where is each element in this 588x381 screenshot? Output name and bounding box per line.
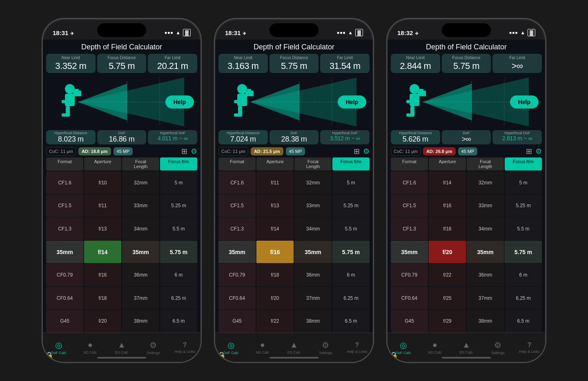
- hyperfocal-distance-box: Hyperfocal Distance 7.024 m: [218, 130, 268, 144]
- cell-focal: 33mm: [467, 195, 504, 217]
- table-row[interactable]: CF0.79 f/22 36mm 6 m: [391, 264, 542, 286]
- help-button[interactable]: Help: [165, 95, 194, 109]
- focus-distance-value: 5.75 m: [272, 61, 316, 71]
- icon-buttons: ⊞ ⚙: [354, 147, 370, 156]
- table-row[interactable]: CF1.3 f/13 34mm 5.5 m: [46, 217, 197, 240]
- dof-value: 28.38 m: [271, 135, 317, 144]
- data-table: Format Aperture FocalLength Focus ft/m C…: [43, 157, 200, 332]
- dof-label: DoF: [271, 131, 317, 135]
- dof-calc-icon: ◎: [400, 340, 407, 350]
- cell-aperture: f/13: [256, 195, 294, 217]
- col-focus[interactable]: Focus ft/m: [505, 157, 542, 171]
- table-row[interactable]: CF1.5 f/13 33mm 5.25 m: [218, 195, 370, 217]
- home-indicator: [270, 357, 318, 359]
- cell-focus: 6.25 m: [160, 287, 197, 310]
- help-button[interactable]: Help: [338, 95, 366, 109]
- table-row[interactable]: CF1.6 f/11 32mm 5 m: [218, 171, 370, 194]
- table-row[interactable]: 35mm f/20 35mm 5.75 m: [391, 241, 542, 264]
- cell-focus: 5.75 m: [332, 241, 370, 264]
- cell-focal: 34mm: [122, 217, 159, 240]
- table-row[interactable]: 35mm f/14 35mm 5.75 m: [46, 241, 197, 264]
- table-row[interactable]: G45 f/20 38mm 6.5 m: [46, 310, 197, 332]
- table-row[interactable]: CF0.79 f/18 36mm 6 m: [218, 264, 370, 286]
- dof-box: DoF 28.38 m: [270, 130, 319, 144]
- focus-distance-label: Focus Distance: [444, 55, 489, 60]
- mp-badge[interactable]: 45 MP: [114, 147, 133, 155]
- cell-focus: 6 m: [160, 264, 197, 286]
- table-row[interactable]: CF0.79 f/16 36mm 6 m: [46, 264, 197, 286]
- calculator-icon[interactable]: ⊞: [354, 147, 360, 156]
- settings-icon[interactable]: ⚙: [191, 147, 197, 156]
- cell-focal: 34mm: [467, 217, 504, 240]
- table-row[interactable]: CF0.64 f/18 37mm 6.25 m: [46, 287, 197, 310]
- settings-icon[interactable]: ⚙: [535, 147, 542, 156]
- phone-1: 18:31 ✈ ●●● ▲ ▓ Depth of Field Calculato…: [42, 18, 201, 363]
- table-body: CF1.6 f/14 32mm 5 m CF1.5 f/16 33mm 5.25…: [391, 171, 542, 332]
- cell-aperture: f/18: [429, 217, 466, 240]
- near-limit-box: Near Limit 3.163 m: [218, 54, 268, 73]
- ad-badge[interactable]: AD: 26.8 μm: [423, 147, 456, 155]
- svg-rect-25: [247, 89, 251, 91]
- table-row[interactable]: CF1.3 f/14 34mm 5.5 m: [218, 217, 370, 240]
- coc-badge: CoC: 11 μm: [218, 147, 248, 156]
- help-tab-icon: ?: [183, 341, 187, 349]
- help-tab-icon: ?: [355, 341, 359, 349]
- dynamic-island: [442, 23, 491, 37]
- settings-tab-label: Settings: [147, 351, 160, 355]
- table-row[interactable]: G45 f/22 38mm 6.5 m: [218, 310, 370, 332]
- table-row[interactable]: CF1.3 f/18 34mm 5.5 m: [391, 217, 542, 240]
- cell-focal: 33mm: [294, 195, 332, 217]
- table-row[interactable]: G45 f/29 38mm 6.5 m: [391, 310, 542, 332]
- cell-focus: 6.5 m: [332, 310, 370, 332]
- col-format: Format: [46, 157, 83, 171]
- cell-focus: 6.25 m: [332, 287, 370, 310]
- tab-help[interactable]: ? Help & Links: [169, 333, 200, 362]
- tab-help[interactable]: ? Help & Links: [514, 333, 545, 362]
- table-row[interactable]: CF0.64 f/20 37mm 6.25 m: [218, 287, 370, 310]
- cell-focus: 5.25 m: [332, 195, 370, 217]
- col-format: Format: [218, 157, 256, 171]
- tab-help[interactable]: ? Help & Links: [341, 333, 373, 362]
- cell-format: CF0.79: [46, 264, 83, 286]
- col-focus[interactable]: Focus ft/m: [332, 157, 370, 171]
- phone-2: 18:31 ✈ ●●● ▲ ▓ Depth of Field Calculato…: [214, 18, 374, 363]
- hyperfocal-distance-label: Hyperfocal Distance: [220, 131, 266, 135]
- cell-aperture: f/18: [84, 287, 121, 310]
- ad-badge[interactable]: AD: 21.5 μm: [251, 147, 283, 155]
- cell-aperture: f/25: [429, 287, 466, 310]
- table-row[interactable]: CF0.64 f/25 37mm 6.25 m: [391, 287, 542, 310]
- cell-focus: 6 m: [505, 264, 542, 286]
- cell-format: CF1.5: [391, 195, 428, 217]
- calculator-icon[interactable]: ⊞: [181, 147, 187, 156]
- mp-badge[interactable]: 45 MP: [286, 147, 305, 155]
- far-limit-value: 31.54 m: [323, 61, 367, 71]
- dof-label: DoF: [99, 131, 145, 135]
- col-focus[interactable]: Focus ft/m: [160, 157, 197, 171]
- calculator-icon[interactable]: ⊞: [526, 147, 532, 156]
- nd-calc-label: ND Calc: [83, 350, 97, 354]
- hyperfocal-row: Hyperfocal Distance 7.024 m DoF 28.38 m …: [215, 130, 373, 144]
- help-button[interactable]: Help: [510, 95, 539, 109]
- phone-frame: 18:32 ✈ ●●● ▲ ▓ Depth of Field Calculato…: [387, 18, 546, 363]
- ad-badge[interactable]: AD: 18.8 μm: [78, 147, 111, 155]
- mp-badge[interactable]: 45 MP: [458, 147, 478, 155]
- col-focal: FocalLength: [294, 157, 332, 171]
- col-focal: FocalLength: [122, 157, 159, 171]
- table-row[interactable]: CF1.5 f/11 33mm 5.25 m: [46, 195, 197, 217]
- near-limit-value: 3.163 m: [221, 61, 265, 71]
- cell-focus: 5 m: [160, 171, 197, 194]
- help-tab-label: Help & Links: [174, 350, 195, 354]
- hyperfocal-dof-box: Hyperfocal DoF 4.011 m ~ ∞: [148, 130, 197, 144]
- cell-focal: 36mm: [467, 264, 504, 286]
- table-row[interactable]: CF1.5 f/16 33mm 5.25 m: [391, 195, 542, 217]
- svg-rect-12: [75, 89, 79, 91]
- es-calc-icon: ▲: [462, 340, 470, 350]
- metrics-row: Near Limit 3.352 m Focus Distance 5.75 m…: [43, 54, 200, 73]
- table-row[interactable]: 35mm f/16 35mm 5.75 m: [218, 241, 370, 264]
- icon-buttons: ⊞ ⚙: [526, 147, 542, 156]
- table-row[interactable]: CF1.6 f/14 32mm 5 m: [391, 171, 542, 194]
- phone-content: Depth of Field Calculator Near Limit 2.8…: [388, 40, 545, 362]
- cell-format: CF1.6: [46, 171, 83, 194]
- table-row[interactable]: CF1.6 f/10 32mm 5 m: [46, 171, 197, 194]
- settings-icon[interactable]: ⚙: [363, 147, 370, 156]
